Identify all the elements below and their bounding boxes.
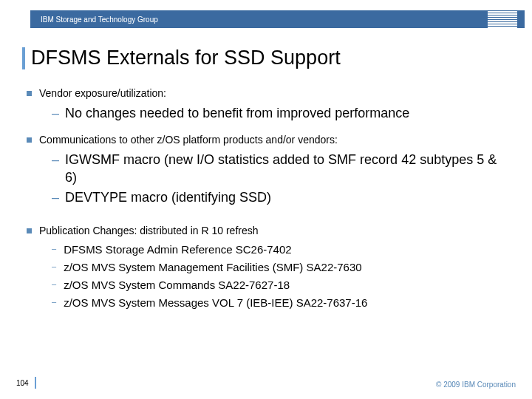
square-bullet-icon	[27, 228, 32, 233]
square-bullet-icon	[27, 91, 32, 96]
slide: IBM Storage and Technology Group DFSMS E…	[0, 0, 532, 399]
sub-list: – IGWSMF macro (new I/O statistics added…	[52, 151, 510, 206]
bullet-text: Publication Changes: distributed in R 10…	[39, 225, 259, 236]
sub-item: – DFSMS Storage Admin Reference SC26-740…	[52, 242, 510, 257]
content-area: Vendor exposure/utilization: – No change…	[27, 87, 510, 318]
sub-item: – No changes needed to benefit from impr…	[52, 105, 510, 122]
footer-divider-icon	[35, 377, 36, 389]
dash-icon: –	[52, 189, 59, 206]
sub-item: – DEVTYPE macro (identifying SSD)	[52, 189, 510, 206]
sub-text: z/OS MVS System Commands SA22-7627-18	[64, 278, 290, 293]
dash-icon: –	[52, 105, 59, 122]
sub-list: – DFSMS Storage Admin Reference SC26-740…	[52, 242, 510, 311]
sub-text: No changes needed to benefit from improv…	[65, 105, 409, 122]
dash-icon: –	[52, 278, 56, 290]
bullet-item: Vendor exposure/utilization:	[27, 87, 510, 99]
ibm-logo-icon	[488, 11, 517, 28]
footer-copyright: © 2009 IBM Corporation	[436, 381, 516, 389]
square-bullet-icon	[27, 137, 32, 143]
sub-text: DFSMS Storage Admin Reference SC26-7402	[64, 242, 292, 257]
header-group-text: IBM Storage and Technology Group	[41, 16, 158, 24]
sub-item: – z/OS MVS System Management Facilities …	[52, 260, 510, 275]
sub-text: z/OS MVS System Management Facilities (S…	[64, 260, 361, 275]
bullet-text: Communications to other z/OS platform pr…	[39, 134, 338, 146]
bullet-item: Publication Changes: distributed in R 10…	[27, 225, 510, 236]
dash-icon: –	[52, 242, 56, 255]
dash-icon: –	[52, 260, 56, 273]
sub-text: DEVTYPE macro (identifying SSD)	[65, 189, 271, 206]
sub-text: IGWSMF macro (new I/O statistics added t…	[65, 151, 510, 186]
footer-left: 104	[16, 377, 36, 389]
sub-item: – z/OS MVS System Messages VOL 7 (IEB-IE…	[52, 296, 510, 310]
sub-text: z/OS MVS System Messages VOL 7 (IEB-IEE)…	[64, 296, 367, 310]
page-title: DFSMS Externals for SSD Support	[22, 47, 341, 69]
bullet-text: Vendor exposure/utilization:	[39, 87, 166, 99]
page-number: 104	[16, 379, 29, 387]
sub-list: – No changes needed to benefit from impr…	[52, 105, 510, 122]
header-bar: IBM Storage and Technology Group	[30, 10, 525, 28]
sub-item: – z/OS MVS System Commands SA22-7627-18	[52, 278, 510, 293]
sub-item: – IGWSMF macro (new I/O statistics added…	[52, 151, 510, 186]
dash-icon: –	[52, 296, 56, 308]
dash-icon: –	[52, 151, 59, 168]
bullet-item: Communications to other z/OS platform pr…	[27, 134, 510, 146]
